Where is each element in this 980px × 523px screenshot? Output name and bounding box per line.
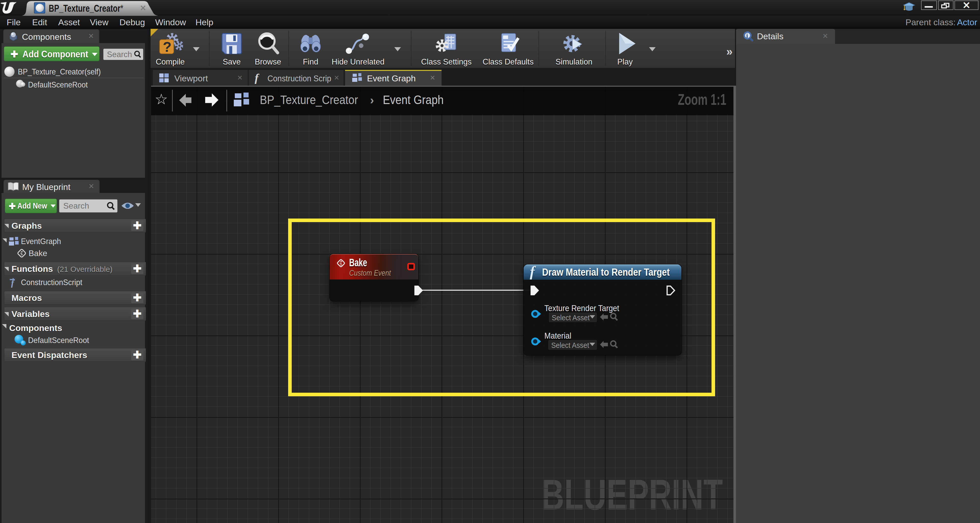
svg-text:i: i — [746, 32, 748, 39]
svg-text:?: ? — [163, 39, 172, 55]
